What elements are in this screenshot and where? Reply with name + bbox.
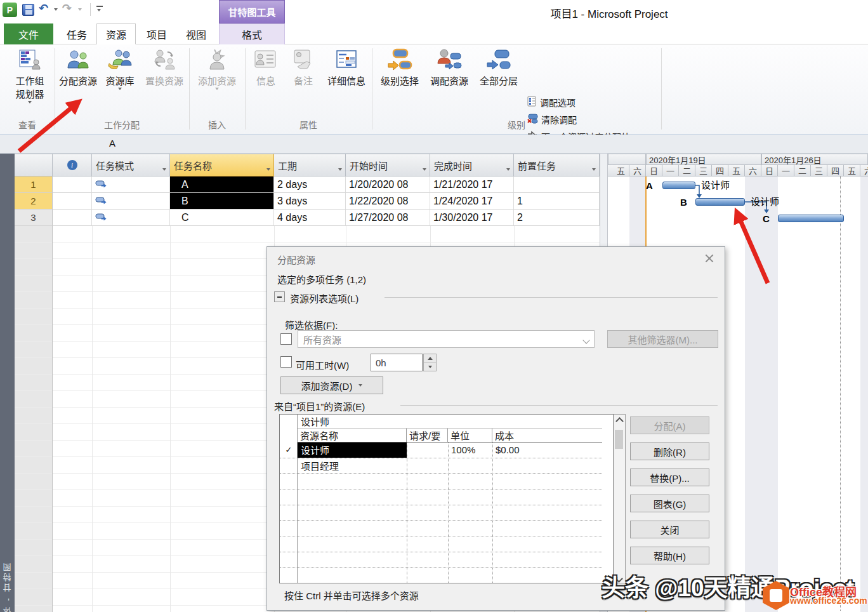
column-header-finish[interactable]: 完成时间: [430, 154, 514, 176]
task-mode-cell-2[interactable]: [92, 193, 170, 210]
indicator-cell-2[interactable]: [53, 193, 92, 210]
graph-button[interactable]: 图表(G): [630, 495, 709, 512]
scroll-up-icon[interactable]: [614, 415, 625, 424]
add-resources-dialog-button[interactable]: 添加资源(D): [280, 376, 383, 394]
customize-qat-arrow-icon[interactable]: [97, 9, 101, 11]
substitute-resources-button[interactable]: 置换资源: [141, 48, 188, 88]
duration-cell-1[interactable]: 2 days: [274, 176, 346, 193]
empty-resource-row[interactable]: [298, 474, 602, 489]
indicator-cell-3[interactable]: [53, 210, 92, 226]
tab-task[interactable]: 任务: [58, 23, 95, 44]
column-header-start[interactable]: 开始时间: [346, 154, 430, 176]
resource-pool-button[interactable]: 资源库: [100, 48, 140, 90]
predecessors-cell-2[interactable]: 1: [514, 193, 600, 210]
start-filter-icon[interactable]: [423, 168, 426, 171]
finish-cell-2[interactable]: 1/24/2020 17: [430, 193, 514, 210]
resource-list-scrollbar[interactable]: [614, 414, 626, 583]
empty-resource-row[interactable]: [298, 521, 602, 536]
assign-button[interactable]: 分配(A): [630, 416, 709, 434]
header-cost[interactable]: 成本: [492, 429, 602, 442]
column-header-predecessors[interactable]: 前置任务: [514, 154, 600, 176]
filter-combobox[interactable]: 所有资源: [298, 330, 595, 348]
task-mode-cell-1[interactable]: [92, 176, 170, 193]
duration-filter-icon[interactable]: [338, 168, 342, 171]
collapse-section-button[interactable]: [274, 291, 285, 302]
redo-dropdown-icon[interactable]: [78, 8, 82, 11]
resource-row-designer[interactable]: 设计师 100% $0.00: [298, 442, 602, 458]
replace-button[interactable]: 替换(P)...: [630, 469, 709, 486]
row-number-header[interactable]: [15, 154, 53, 176]
available-to-work-checkbox[interactable]: [280, 356, 292, 368]
scroll-thumb[interactable]: [615, 430, 623, 449]
resource-name-cell[interactable]: 设计师: [298, 442, 407, 458]
finish-cell-3[interactable]: 1/30/2020 17: [430, 210, 514, 226]
empty-resource-row[interactable]: [298, 552, 602, 568]
more-filters-button[interactable]: 其他筛选器(M)...: [607, 330, 718, 348]
header-request[interactable]: 请求/要: [407, 429, 448, 442]
empty-resource-row[interactable]: [298, 489, 602, 505]
finish-filter-icon[interactable]: [506, 168, 510, 171]
tab-resource[interactable]: 资源: [96, 23, 136, 44]
level-resource-button[interactable]: 调配资源: [425, 48, 473, 88]
gantt-bar-B[interactable]: [695, 198, 745, 206]
finish-cell-1[interactable]: 1/21/2020 17: [430, 176, 514, 193]
column-header-task-name[interactable]: 任务名称: [170, 154, 274, 176]
column-header-duration[interactable]: 工期: [274, 154, 346, 176]
remove-button[interactable]: 删除(R): [630, 442, 709, 460]
empty-resource-row[interactable]: [298, 568, 602, 583]
add-resources-button[interactable]: 添加资源: [192, 48, 242, 90]
empty-resource-row[interactable]: [298, 536, 602, 552]
notes-button[interactable]: 备注: [286, 48, 321, 88]
row-number-1[interactable]: 1: [15, 176, 53, 193]
row-number-3[interactable]: 3: [15, 210, 53, 226]
duration-cell-3[interactable]: 4 days: [274, 210, 346, 226]
column-header-task-mode[interactable]: 任务模式: [92, 154, 170, 176]
customize-qat-icon[interactable]: [96, 6, 103, 7]
undo-icon[interactable]: [39, 1, 48, 15]
gantt-bar-C[interactable]: [778, 215, 844, 222]
task-name-filter-icon[interactable]: [266, 168, 270, 171]
predecessors-cell-3[interactable]: 2: [514, 210, 600, 226]
tab-project[interactable]: 项目: [138, 23, 175, 44]
predecessors-filter-icon[interactable]: [592, 168, 596, 171]
start-cell-2[interactable]: 1/22/2020 08: [346, 193, 430, 210]
start-cell-3[interactable]: 1/27/2020 08: [346, 210, 430, 226]
redo-icon[interactable]: [62, 1, 72, 15]
task-mode-filter-icon[interactable]: [162, 168, 166, 171]
indicator-cell-1[interactable]: [53, 176, 92, 193]
undo-dropdown-icon[interactable]: [54, 8, 58, 11]
task-mode-cell-3[interactable]: [92, 210, 170, 226]
save-icon[interactable]: [22, 4, 34, 16]
tab-file[interactable]: 文件: [4, 23, 53, 44]
indicator-column-header[interactable]: [53, 154, 92, 176]
close-button[interactable]: 关闭: [630, 521, 709, 538]
close-icon[interactable]: [703, 252, 716, 265]
gantt-bar-A[interactable]: [662, 182, 695, 189]
leveling-options-button[interactable]: 调配选项: [527, 95, 575, 109]
task-name-cell-3[interactable]: C: [170, 210, 274, 226]
spinner-up-icon[interactable]: [424, 354, 436, 363]
tab-view[interactable]: 视图: [178, 23, 214, 44]
task-name-cell-1[interactable]: A: [170, 176, 274, 193]
help-button[interactable]: 帮助(H): [630, 547, 709, 564]
empty-resource-row[interactable]: [298, 505, 602, 521]
resource-units-cell[interactable]: 100%: [448, 442, 492, 458]
information-button[interactable]: 信息: [247, 48, 284, 88]
header-resource-name[interactable]: 资源名称: [298, 429, 407, 442]
level-all-button[interactable]: 全部分层: [475, 48, 523, 88]
header-units[interactable]: 单位: [448, 429, 492, 442]
team-planner-button[interactable]: 工作组规划器: [6, 48, 53, 103]
entry-bar[interactable]: A: [0, 135, 868, 154]
assign-resources-button[interactable]: 分配资源: [57, 48, 99, 88]
resource-row-manager[interactable]: 项目经理: [298, 458, 602, 474]
start-cell-1[interactable]: 1/20/2020 08: [346, 176, 430, 193]
available-work-input[interactable]: 0h: [371, 354, 423, 371]
filter-checkbox[interactable]: [280, 333, 292, 345]
resource-name-cell[interactable]: 项目经理: [298, 458, 407, 474]
duration-cell-2[interactable]: 3 days: [274, 193, 346, 210]
resource-cost-cell[interactable]: $0.00: [492, 442, 602, 458]
predecessors-cell-1[interactable]: [514, 176, 600, 193]
spinner-down-icon[interactable]: [424, 363, 436, 371]
row-number-2[interactable]: 2: [15, 193, 53, 210]
tab-format[interactable]: 格式: [219, 23, 285, 44]
